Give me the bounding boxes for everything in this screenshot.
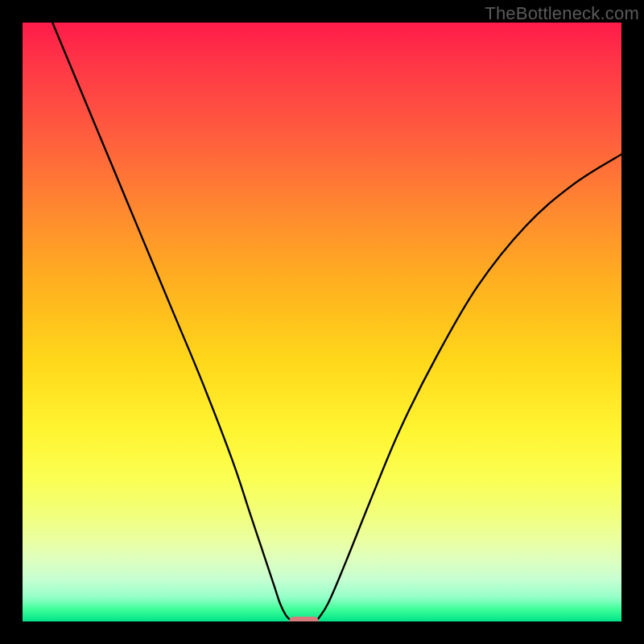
- watermark-text: TheBottleneck.com: [485, 3, 639, 24]
- chart-frame: TheBottleneck.com: [0, 0, 644, 644]
- bottleneck-curve: [23, 23, 621, 621]
- optimal-marker: [289, 617, 319, 621]
- plot-area: [23, 23, 621, 621]
